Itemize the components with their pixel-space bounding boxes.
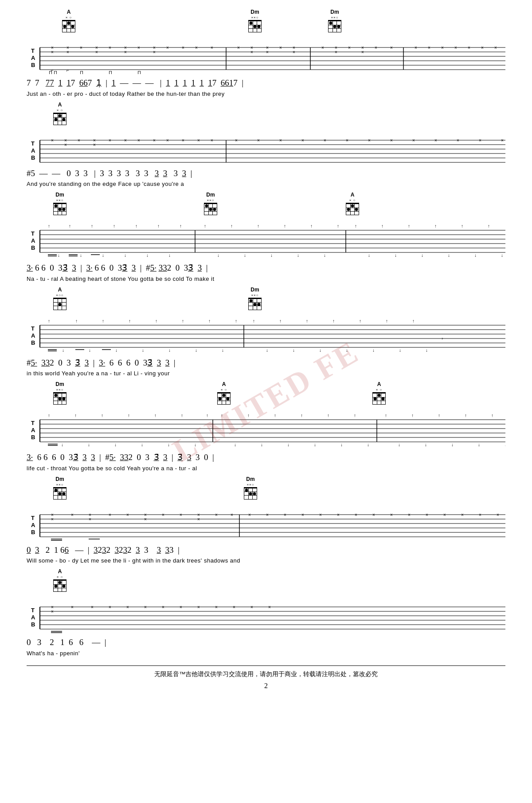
svg-text:×: ×	[215, 512, 218, 517]
svg-text:↑: ↑	[129, 319, 131, 323]
svg-text:T: T	[31, 140, 35, 147]
svg-text:T: T	[31, 515, 35, 521]
svg-text:×: ×	[426, 512, 428, 517]
svg-text:A: A	[31, 147, 35, 154]
chord-name: A	[58, 102, 62, 108]
section-7: A × ○ T A B	[27, 568, 505, 657]
svg-text:×: ×	[71, 605, 74, 610]
svg-text:T: T	[31, 47, 35, 54]
svg-text:T: T	[31, 607, 35, 614]
svg-text:×: ×	[266, 512, 269, 517]
svg-text:↓: ↓	[217, 253, 219, 258]
section-4: A ×○○ Dm ××○	[27, 287, 505, 377]
svg-text:⌐: ⌐	[66, 68, 69, 73]
svg-text:↓: ↓	[501, 253, 503, 258]
svg-text:×: ×	[162, 512, 164, 517]
svg-text:↓: ↓	[421, 253, 423, 258]
svg-text:A: A	[31, 332, 35, 339]
svg-text:×: ×	[368, 138, 371, 143]
svg-text:↑: ↑	[355, 224, 357, 228]
svg-text:↓: ↓	[234, 442, 236, 447]
svg-text:↓: ↓	[80, 253, 82, 258]
svg-text:↑: ↑	[247, 413, 250, 418]
svg-text:↓: ↓	[395, 253, 397, 258]
svg-text:↑: ↑	[235, 319, 237, 323]
chord-x-marks: × ○	[66, 16, 72, 20]
svg-text:↑: ↑	[75, 319, 78, 323]
svg-text:↓: ↓	[505, 442, 505, 447]
svg-text:×: ×	[66, 50, 69, 55]
svg-text:↓: ↓	[340, 442, 343, 447]
svg-text:↓: ↓	[287, 442, 289, 447]
svg-text:×: ×	[126, 605, 129, 610]
section-6: Dm ××○ Dm ××○	[27, 476, 505, 564]
svg-text:×: ×	[137, 138, 140, 143]
svg-text:A: A	[31, 614, 35, 621]
svg-text:×: ×	[324, 138, 326, 143]
svg-text:×: ×	[166, 138, 169, 143]
chord-Dm-3: Dm ××○	[53, 192, 66, 215]
svg-text:↓: ↓	[222, 348, 224, 353]
svg-text:×: ×	[182, 45, 184, 50]
svg-text:×: ×	[454, 45, 457, 50]
svg-text:×: ×	[481, 45, 484, 50]
svg-text:↑: ↑	[306, 319, 308, 323]
svg-text:×: ×	[215, 605, 218, 610]
svg-text:↓: ↓	[124, 253, 126, 258]
svg-text:×: ×	[250, 605, 253, 610]
page: LIMITED FE A × ○ Dm	[0, 0, 532, 803]
svg-text:↓: ↓	[142, 348, 144, 353]
chord-diagrams-row3: Dm ××○ Dm ××○	[27, 192, 505, 220]
chord-A-xx-1: A ×○○	[53, 287, 66, 310]
tab-staff-5: T A B ↑ ↓ ↑ ↓ ↑ ↓ ↑ ↓ ↑ ↓ ↑ ↓ ↑ ↑ ↓ ↑ ↓	[27, 411, 505, 449]
svg-text:A: A	[31, 427, 35, 433]
chord-diagrams-row5: Dm ××○ A × ○	[27, 381, 505, 410]
svg-text:B: B	[31, 339, 35, 346]
chord-Dm-7: Dm ××○	[53, 476, 66, 500]
svg-text:↑: ↑	[359, 319, 361, 323]
svg-text:×: ×	[237, 45, 240, 50]
svg-text:↑: ↑	[113, 224, 115, 228]
tab-staff-4: T A B ↑ ↓ ↑ ↓ ↑ ↓ ↑ ↓ ↑ ↓ ↑ ↓ ↑ ↓ ↑ ↑ ↓ …	[27, 316, 505, 354]
chord-A-4: A × ○	[217, 381, 231, 405]
svg-text:↑: ↑	[221, 413, 223, 418]
svg-text:×: ×	[109, 605, 111, 610]
lyrics-5: life cut - throat You gotta be so cold Y…	[27, 465, 505, 472]
chord-x-marks: × ○	[57, 108, 63, 113]
svg-text:×: ×	[211, 45, 213, 50]
chord-A-1: A × ○	[62, 9, 75, 32]
svg-text:↑: ↑	[337, 224, 339, 228]
svg-text:∏: ∏	[109, 70, 112, 74]
svg-text:∏: ∏	[80, 70, 83, 74]
svg-text:×: ×	[80, 45, 82, 50]
svg-text:T: T	[31, 325, 35, 332]
svg-text:↑: ↑	[155, 319, 157, 323]
chord-grid	[53, 113, 66, 125]
svg-text:↓: ↓	[115, 348, 117, 353]
svg-text:↑: ↑	[412, 319, 415, 323]
svg-text:↓: ↓	[88, 442, 90, 447]
lyrics-2: And you're standing on the edge Face up …	[27, 181, 505, 187]
svg-text:↑: ↑	[488, 224, 490, 228]
chord-A-6: A × ○	[53, 568, 66, 592]
tab-staff-3: T A B ↑ ↓ ↑ ↓ ↑ ↓ ↑ ↓ ↑ ↓ ↑ ↓ ↑ ↑ ↓ ↑	[27, 221, 505, 259]
svg-text:A: A	[31, 237, 35, 244]
svg-text:×: ×	[279, 45, 282, 50]
svg-text:×: ×	[180, 512, 182, 517]
svg-text:×: ×	[180, 605, 182, 610]
svg-text:↓: ↓	[478, 442, 480, 447]
svg-text:↓: ↓	[398, 442, 400, 447]
svg-text:↑: ↑	[279, 319, 282, 323]
svg-text:×: ×	[375, 45, 377, 50]
chord-name: Dm	[330, 9, 339, 15]
svg-text:↓: ↓	[367, 442, 369, 447]
svg-text:↓: ↓	[261, 442, 263, 447]
svg-text:×: ×	[497, 512, 499, 517]
svg-text:×: ×	[301, 138, 304, 143]
svg-text:×: ×	[321, 45, 324, 50]
svg-text:↓: ↓	[297, 253, 299, 258]
svg-text:×: ×	[266, 50, 269, 55]
lyrics-1: Just an - oth - er pro - duct of today R…	[27, 91, 505, 97]
svg-text:∏ ∏: ∏ ∏	[49, 70, 57, 74]
svg-text:↑: ↑	[465, 413, 467, 418]
